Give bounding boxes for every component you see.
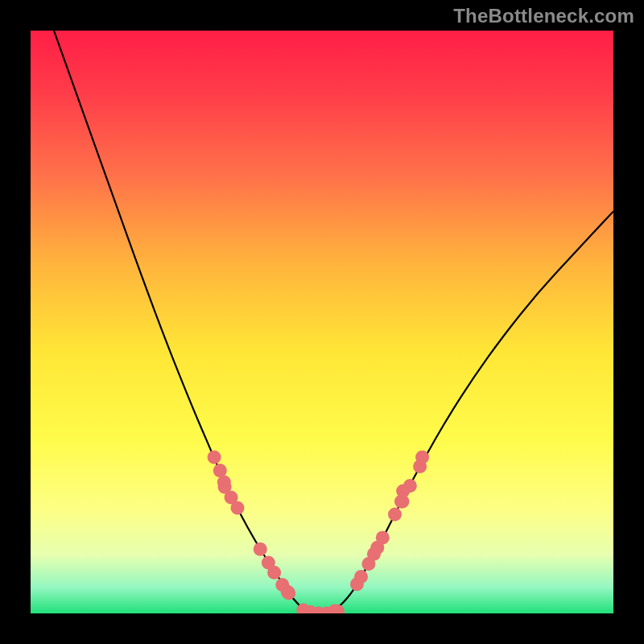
marker-dot — [415, 450, 429, 464]
marker-dot — [403, 479, 417, 493]
chart-background — [31, 31, 613, 613]
chart-svg — [31, 31, 613, 613]
watermark-text: TheBottleneck.com — [453, 5, 634, 27]
marker-dot — [376, 530, 390, 544]
marker-dot — [208, 450, 221, 464]
chart-frame: TheBottleneck.com — [0, 0, 644, 644]
marker-dot — [213, 464, 227, 477]
marker-dot — [282, 586, 295, 600]
marker-dot — [267, 566, 281, 580]
marker-dot — [354, 570, 368, 584]
marker-dot — [388, 507, 402, 521]
chart-plot — [31, 31, 613, 613]
marker-dot — [254, 543, 267, 556]
marker-dot — [231, 501, 245, 514]
